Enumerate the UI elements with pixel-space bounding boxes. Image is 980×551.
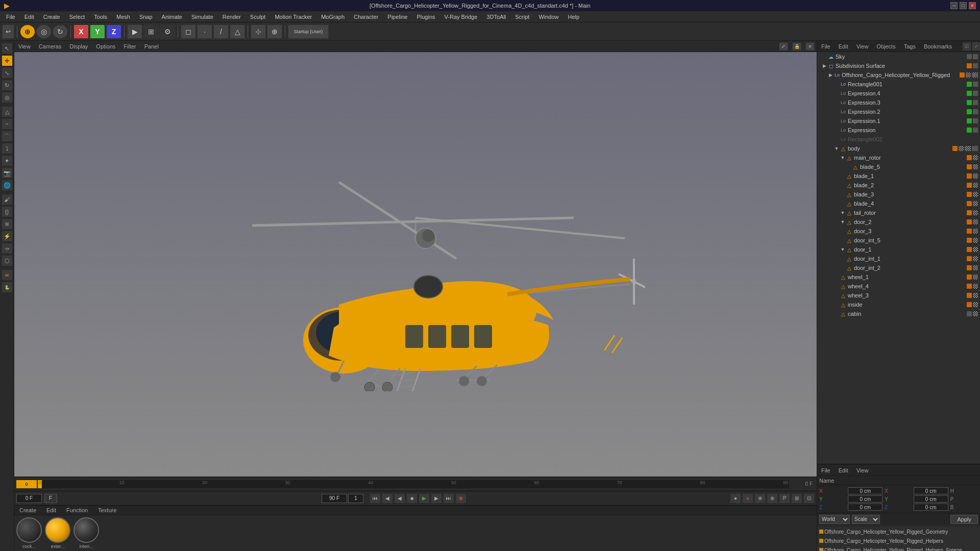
- scale-select[interactable]: Scale: [852, 515, 880, 524]
- menu-character[interactable]: Character: [350, 13, 382, 21]
- next-frame-button[interactable]: ▶: [431, 493, 442, 504]
- menu-motion-tracker[interactable]: Motion Tracker: [271, 13, 316, 21]
- menu-tools[interactable]: Tools: [90, 13, 111, 21]
- apply-button[interactable]: Apply: [950, 515, 978, 524]
- record-button[interactable]: ⏺: [455, 493, 467, 504]
- tool-camera2[interactable]: 📷: [2, 167, 13, 179]
- tree-item-blade2[interactable]: △ blade_2: [817, 181, 980, 190]
- tree-item-inside[interactable]: △ inside: [817, 300, 980, 309]
- material-interior[interactable]: interi...: [74, 517, 99, 549]
- menu-mesh[interactable]: Mesh: [112, 13, 134, 21]
- obj-mgr-icon-2[interactable]: ✓: [972, 42, 980, 51]
- tree-arrow-main-rotor[interactable]: ▼: [840, 155, 846, 160]
- menu-pipeline[interactable]: Pipeline: [383, 13, 411, 21]
- go-to-start-button[interactable]: ⏮: [370, 493, 381, 504]
- toolbar-x-axis[interactable]: X: [74, 24, 89, 39]
- frame-rate-input[interactable]: [348, 494, 363, 503]
- tree-arrow-tail-rotor[interactable]: ▼: [840, 210, 846, 215]
- mat-texture-menu[interactable]: Texture: [95, 507, 119, 513]
- menu-file[interactable]: File: [2, 13, 19, 21]
- tree-item-blade5[interactable]: △ blade_5: [817, 162, 980, 171]
- play-reverse-button[interactable]: ◀: [394, 493, 405, 504]
- go-to-end-button[interactable]: ⏭: [443, 493, 454, 504]
- tree-item-wheel3[interactable]: △ wheel_3: [817, 291, 980, 300]
- tree-item-wheel1[interactable]: △ wheel_1: [817, 272, 980, 282]
- toolbar-render[interactable]: ▶: [127, 24, 142, 39]
- menu-help[interactable]: Help: [564, 13, 584, 21]
- z-rotation-input[interactable]: [914, 504, 948, 511]
- pb-extra-7[interactable]: ⊡: [803, 493, 815, 504]
- tree-item-expr1[interactable]: Lo Expression.1: [817, 116, 980, 126]
- viewport-filter-menu[interactable]: Filter: [121, 43, 138, 49]
- prev-frame-button[interactable]: ◀: [382, 493, 393, 504]
- obj-edit-menu[interactable]: Edit: [837, 43, 850, 49]
- obj-tags-menu[interactable]: Tags: [902, 43, 918, 49]
- tool-cloth[interactable]: ⬡: [2, 255, 13, 266]
- tool-spline[interactable]: ⌒: [2, 131, 13, 142]
- toolbar-point-mode[interactable]: ·: [197, 24, 212, 39]
- tree-item-rect002[interactable]: Lo Rectangle002: [817, 135, 980, 144]
- tree-item-expr4[interactable]: Lo Expression.4: [817, 89, 980, 98]
- maximize-button[interactable]: □: [960, 2, 967, 9]
- tree-arrow-door2[interactable]: ▼: [840, 219, 846, 224]
- tool-poly[interactable]: △: [2, 106, 13, 117]
- pb-extra-1[interactable]: ●: [730, 493, 741, 504]
- mat-edit-menu[interactable]: Edit: [43, 507, 59, 513]
- menu-sculpt[interactable]: Sculpt: [246, 13, 270, 21]
- toolbar-undo[interactable]: ↩: [2, 24, 14, 39]
- viewport-lock[interactable]: 🔒: [792, 42, 801, 51]
- y-position-input[interactable]: [848, 495, 883, 503]
- toolbar-rotate[interactable]: ↻: [53, 24, 68, 39]
- tree-item-expr3[interactable]: Lo Expression.3: [817, 98, 980, 107]
- name-item-helpers-freeze[interactable]: Offshore_Cargo_Helicopter_Yellow_Rigged_…: [817, 545, 980, 551]
- viewport-panel-menu[interactable]: Panel: [142, 43, 161, 49]
- toolbar-layout[interactable]: Startup (User): [288, 24, 329, 39]
- tree-item-door-int5[interactable]: △ door_int_5: [817, 236, 980, 245]
- tree-item-blade1[interactable]: △ blade_1: [817, 171, 980, 181]
- tool-scene[interactable]: 🌐: [2, 180, 13, 191]
- tool-python[interactable]: 🐍: [2, 282, 13, 293]
- tree-item-subdivision[interactable]: ▶ ◻ Subdivision Surface: [817, 61, 980, 70]
- toolbar-z-axis[interactable]: Z: [106, 24, 121, 39]
- obj-objects-menu[interactable]: Objects: [874, 43, 897, 49]
- tree-item-cabin[interactable]: △ cabin: [817, 309, 980, 318]
- mat-create-menu[interactable]: Create: [16, 507, 39, 513]
- menu-mograph[interactable]: MoGraph: [317, 13, 349, 21]
- tree-arrow-subdivision[interactable]: ▶: [821, 63, 827, 68]
- x-position-input[interactable]: [848, 487, 883, 494]
- toolbar-scale[interactable]: ◎: [36, 24, 52, 39]
- play-button[interactable]: ▶: [419, 493, 430, 504]
- toolbar-snap2[interactable]: ⊕: [267, 24, 282, 39]
- pb-extra-2[interactable]: ●: [742, 493, 753, 504]
- tool-maxon[interactable]: M: [2, 269, 13, 281]
- pb-extra-5[interactable]: P: [779, 493, 790, 504]
- name-item-geometry[interactable]: Offshore_Cargo_Helicopter_Yellow_Rigged_…: [817, 527, 980, 536]
- tree-item-blade4[interactable]: △ blade_4: [817, 199, 980, 208]
- tree-item-expr2[interactable]: Lo Expression.2: [817, 107, 980, 116]
- viewport-options-menu[interactable]: Options: [94, 43, 117, 49]
- tool-scale[interactable]: ⤡: [2, 67, 13, 79]
- obj-mgr-icon-1[interactable]: ☑: [962, 42, 971, 51]
- current-frame-input[interactable]: [16, 494, 42, 503]
- attr-view-menu[interactable]: View: [854, 467, 871, 473]
- menu-window[interactable]: Window: [534, 13, 562, 21]
- timeline-bar[interactable]: 0 10 20 30 40 50 60 70 80 90: [38, 480, 789, 488]
- tree-item-body[interactable]: ▼ △ body: [817, 144, 980, 153]
- tool-paint[interactable]: 🖌: [2, 194, 13, 205]
- obj-bookmarks-menu[interactable]: Bookmarks: [922, 43, 954, 49]
- menu-plugins[interactable]: Plugins: [412, 13, 439, 21]
- stop-button[interactable]: ■: [406, 493, 418, 504]
- material-exterior[interactable]: exter...: [45, 517, 70, 549]
- toolbar-snap[interactable]: ⊹: [251, 24, 266, 39]
- material-cockpit[interactable]: cock...: [16, 517, 42, 549]
- tree-item-helicopter[interactable]: ▶ Lo Offshore_Cargo_Helicopter_Yellow_Ri…: [817, 70, 980, 80]
- tree-item-tail-rotor[interactable]: ▼ △ tail_rotor: [817, 208, 980, 217]
- viewport[interactable]: [14, 52, 817, 477]
- tool-camera[interactable]: ◎: [2, 92, 13, 103]
- toolbar-render-settings[interactable]: ⚙: [160, 24, 175, 39]
- tree-item-blade3[interactable]: △ blade_3: [817, 190, 980, 199]
- tool-select[interactable]: ↖: [2, 43, 13, 54]
- tree-item-door2[interactable]: ▼ △ door_2: [817, 217, 980, 227]
- mat-function-menu[interactable]: Function: [63, 507, 91, 513]
- minimize-button[interactable]: ─: [950, 2, 958, 9]
